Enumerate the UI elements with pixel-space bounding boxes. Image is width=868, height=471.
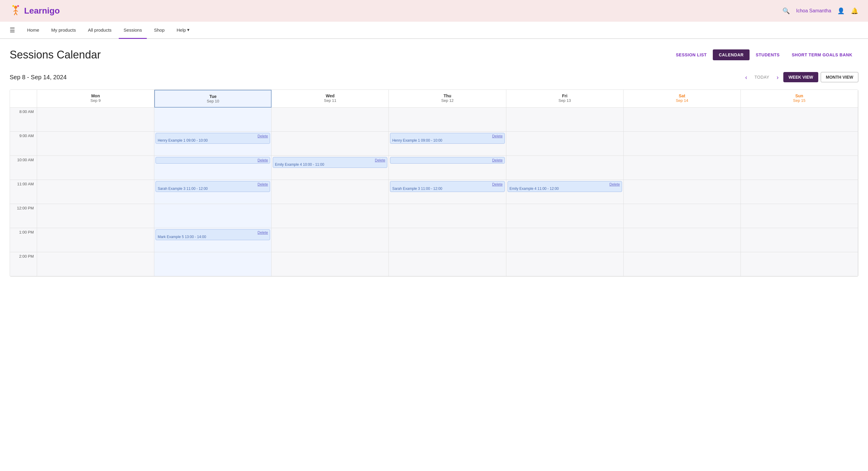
delete-sarah-thu-11am[interactable]: Delete <box>392 182 502 187</box>
time-label-9am: 9:00 AM <box>10 132 37 156</box>
cell-sun-2pm[interactable] <box>741 252 858 276</box>
delete-emily-fri-11am[interactable]: Delete <box>510 182 620 187</box>
header-right: 🔍 Ichoa Samantha 👤 🔔 <box>782 7 858 14</box>
event-mark-tue-1pm[interactable]: Delete Mark Example 5 13:00 - 14:00 <box>156 229 270 240</box>
delete-henry-thu-9am[interactable]: Delete <box>392 134 502 138</box>
notification-bell-icon[interactable]: 🔔 <box>851 7 858 14</box>
cell-thu-2pm[interactable] <box>389 252 506 276</box>
delete-emily-wed-10am[interactable]: Delete <box>275 158 385 162</box>
svg-point-2 <box>17 5 19 7</box>
cell-mon-9am[interactable] <box>37 132 154 156</box>
cell-thu-9am[interactable]: Delete Henry Example 1 09:00 - 10:00 <box>389 132 506 156</box>
cell-sat-12pm[interactable] <box>624 204 741 228</box>
cell-thu-8am[interactable] <box>389 107 506 132</box>
cell-tue-9am[interactable]: Delete Henry Example 1 09:00 - 10:00 <box>154 132 272 156</box>
cell-fri-2pm[interactable] <box>506 252 624 276</box>
cell-fri-1pm[interactable] <box>506 228 624 252</box>
user-avatar-icon[interactable]: 👤 <box>837 7 845 14</box>
cell-tue-12pm[interactable] <box>154 204 272 228</box>
nav-my-products[interactable]: My products <box>46 22 81 39</box>
cell-sun-9am[interactable] <box>741 132 858 156</box>
cell-tue-2pm[interactable] <box>154 252 272 276</box>
cell-thu-1pm[interactable] <box>389 228 506 252</box>
cell-tue-1pm[interactable]: Delete Mark Example 5 13:00 - 14:00 <box>154 228 272 252</box>
cell-fri-12pm[interactable] <box>506 204 624 228</box>
tab-calendar[interactable]: CALENDAR <box>713 50 750 60</box>
cell-fri-11am[interactable]: Delete Emily Example 4 11:00 - 12:00 <box>506 180 624 204</box>
cell-wed-2pm[interactable] <box>272 252 389 276</box>
cell-wed-11am[interactable] <box>272 180 389 204</box>
calendar-toolbar: Sep 8 - Sep 14, 2024 ‹ TODAY › WEEK VIEW… <box>10 70 858 85</box>
delete-empty-thu-10am[interactable]: Delete <box>392 158 502 162</box>
delete-henry-tue-9am[interactable]: Delete <box>158 134 268 138</box>
cell-sat-8am[interactable] <box>624 107 741 132</box>
tab-session-list[interactable]: SESSION LIST <box>670 50 712 60</box>
nav-help[interactable]: Help ▾ <box>172 22 194 39</box>
tab-short-term-goals[interactable]: SHORT TERM GOALS BANK <box>786 50 858 60</box>
cell-wed-9am[interactable] <box>272 132 389 156</box>
cell-thu-11am[interactable]: Delete Sarah Example 3 11:00 - 12:00 <box>389 180 506 204</box>
cell-sat-2pm[interactable] <box>624 252 741 276</box>
cell-wed-12pm[interactable] <box>272 204 389 228</box>
cell-wed-8am[interactable] <box>272 107 389 132</box>
event-emily-fri-11am[interactable]: Delete Emily Example 4 11:00 - 12:00 <box>507 181 622 192</box>
cell-fri-8am[interactable] <box>506 107 624 132</box>
day-num-sun: Sep 15 <box>743 98 855 103</box>
date-range: Sep 8 - Sep 14, 2024 <box>10 74 67 81</box>
cell-sat-11am[interactable] <box>624 180 741 204</box>
cell-mon-8am[interactable] <box>37 107 154 132</box>
cell-mon-1pm[interactable] <box>37 228 154 252</box>
nav-home[interactable]: Home <box>22 22 44 39</box>
event-sarah-tue-11am[interactable]: Delete Sarah Example 3 11:00 - 12:00 <box>156 181 270 192</box>
prev-week-button[interactable]: ‹ <box>743 73 750 82</box>
nav-sessions[interactable]: Sessions <box>119 22 147 39</box>
cell-sun-10am[interactable] <box>741 156 858 180</box>
delete-mark-tue-1pm[interactable]: Delete <box>158 230 268 235</box>
cell-wed-10am[interactable]: Delete Emily Example 4 10:00 - 11:00 <box>272 156 389 180</box>
cell-mon-12pm[interactable] <box>37 204 154 228</box>
day-name-tue: Tue <box>157 94 269 99</box>
cell-sun-11am[interactable] <box>741 180 858 204</box>
cell-sat-1pm[interactable] <box>624 228 741 252</box>
cell-thu-10am[interactable]: Delete <box>389 156 506 180</box>
today-button[interactable]: TODAY <box>752 73 772 81</box>
hamburger-menu[interactable]: ☰ <box>10 27 15 34</box>
cell-tue-11am[interactable]: Delete Sarah Example 3 11:00 - 12:00 <box>154 180 272 204</box>
svg-line-6 <box>14 13 16 15</box>
event-henry-tue-9am[interactable]: Delete Henry Example 1 09:00 - 10:00 <box>156 133 270 144</box>
tab-students[interactable]: STUDENTS <box>749 50 785 60</box>
event-empty-tue-10am[interactable]: Delete <box>156 157 270 164</box>
search-icon[interactable]: 🔍 <box>782 7 790 14</box>
cell-tue-8am[interactable] <box>154 107 272 132</box>
cell-sat-9am[interactable] <box>624 132 741 156</box>
cell-tue-10am[interactable]: Delete <box>154 156 272 180</box>
cell-mon-2pm[interactable] <box>37 252 154 276</box>
user-name: Ichoa Samantha <box>796 8 831 13</box>
event-emily-wed-10am[interactable]: Delete Emily Example 4 10:00 - 11:00 <box>273 157 387 168</box>
nav-shop[interactable]: Shop <box>149 22 169 39</box>
cell-fri-9am[interactable] <box>506 132 624 156</box>
event-empty-thu-10am[interactable]: Delete <box>390 157 504 164</box>
day-name-wed: Wed <box>274 93 386 98</box>
cell-sun-8am[interactable] <box>741 107 858 132</box>
cell-sat-10am[interactable] <box>624 156 741 180</box>
cell-fri-10am[interactable] <box>506 156 624 180</box>
delete-empty-tue-10am[interactable]: Delete <box>158 158 268 162</box>
cell-mon-11am[interactable] <box>37 180 154 204</box>
event-sarah-thu-11am[interactable]: Delete Sarah Example 3 11:00 - 12:00 <box>390 181 504 192</box>
col-header-tue: Tue Sep 10 <box>154 90 272 107</box>
cell-wed-1pm[interactable] <box>272 228 389 252</box>
next-week-button[interactable]: › <box>774 73 781 82</box>
cell-thu-12pm[interactable] <box>389 204 506 228</box>
page-title: Sessions Calendar <box>10 49 101 61</box>
month-view-button[interactable]: MONTH VIEW <box>821 72 858 82</box>
cell-mon-10am[interactable] <box>37 156 154 180</box>
week-view-button[interactable]: WEEK VIEW <box>783 72 818 82</box>
delete-sarah-tue-11am[interactable]: Delete <box>158 182 268 187</box>
cell-sun-12pm[interactable] <box>741 204 858 228</box>
event-henry-thu-9am[interactable]: Delete Henry Example 1 09:00 - 10:00 <box>390 133 504 144</box>
day-num-wed: Sep 11 <box>274 98 386 103</box>
nav-all-products[interactable]: All products <box>83 22 116 39</box>
cell-sun-1pm[interactable] <box>741 228 858 252</box>
help-dropdown-icon: ▾ <box>187 27 190 33</box>
